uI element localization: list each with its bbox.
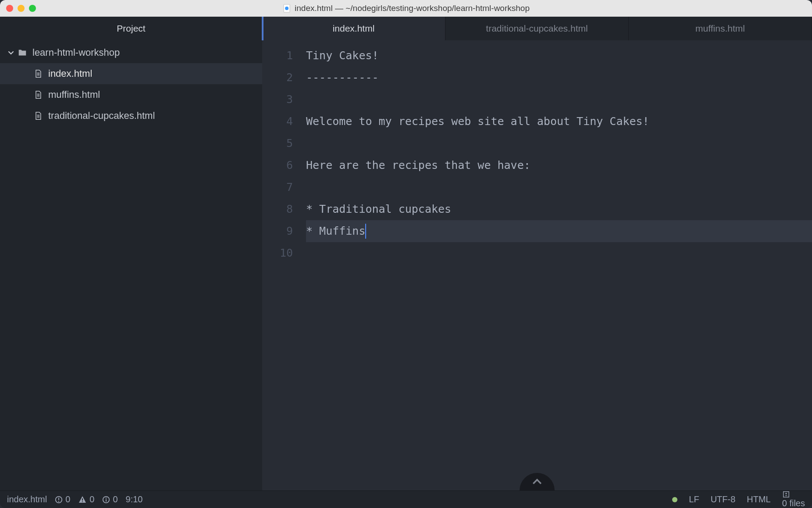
- line-number: 2: [262, 67, 293, 89]
- window-title-text: index.html — ~/nodegirls/testing-worksho…: [295, 4, 530, 13]
- svg-point-4: [58, 501, 59, 501]
- code-content[interactable]: Tiny Cakes! ----------- Welcome to my re…: [306, 45, 812, 490]
- tab-muffins[interactable]: muffins.html: [629, 17, 812, 40]
- status-git-files: 0 files: [782, 498, 805, 508]
- status-info-count: 0: [113, 494, 118, 504]
- svg-point-1: [285, 7, 288, 10]
- chevron-down-icon: [8, 50, 14, 56]
- tree-file-label: muffins.html: [48, 89, 100, 100]
- status-deprecation-count: 0: [65, 494, 70, 504]
- file-icon: [32, 90, 44, 100]
- tab-traditional-cupcakes[interactable]: traditional-cupcakes.html: [445, 17, 629, 40]
- status-git[interactable]: 0 files: [782, 490, 805, 508]
- status-error-count: 0: [89, 494, 94, 504]
- folder-icon: [17, 48, 28, 57]
- status-cursor-position[interactable]: 9:10: [126, 494, 143, 504]
- maximize-window-button[interactable]: [29, 5, 36, 12]
- chevron-up-icon: [532, 477, 542, 487]
- status-grammar[interactable]: HTML: [747, 494, 770, 504]
- line-number: 6: [262, 154, 293, 176]
- line-number: 10: [262, 242, 293, 264]
- tree-file-label: index.html: [48, 68, 92, 79]
- line-number: 1: [262, 45, 293, 67]
- tab-index[interactable]: index.html: [262, 17, 445, 40]
- tab-label: muffins.html: [695, 23, 745, 34]
- code-line[interactable]: Here are the recipes that we have:: [306, 154, 812, 176]
- tab-label: index.html: [333, 23, 375, 34]
- code-line[interactable]: -----------: [306, 67, 812, 89]
- line-number: 8: [262, 198, 293, 220]
- file-icon: [32, 69, 44, 79]
- tree-file-traditional-cupcakes[interactable]: traditional-cupcakes.html: [0, 105, 262, 126]
- git-diff-icon: [782, 490, 805, 498]
- line-number-gutter: 1 2 3 4 5 6 7 8 9 10: [262, 45, 306, 490]
- status-encoding[interactable]: UTF-8: [711, 494, 736, 504]
- status-indicator-dot[interactable]: [672, 497, 677, 502]
- minimize-window-button[interactable]: [18, 5, 25, 12]
- code-line[interactable]: [306, 89, 812, 111]
- error-icon: [78, 495, 87, 504]
- status-errors[interactable]: 0: [78, 494, 94, 504]
- line-number: 7: [262, 176, 293, 198]
- file-tree[interactable]: learn-html-workshop index.html muffins.h…: [0, 40, 262, 490]
- tab-label: traditional-cupcakes.html: [486, 23, 588, 34]
- tree-file-muffins[interactable]: muffins.html: [0, 84, 262, 105]
- code-line[interactable]: [306, 176, 812, 198]
- file-icon: [32, 111, 44, 121]
- project-sidebar: Project learn-html-workshop index.html: [0, 17, 262, 490]
- status-line-ending[interactable]: LF: [689, 494, 699, 504]
- status-deprecations[interactable]: 0: [55, 494, 70, 504]
- status-infos[interactable]: 0: [102, 494, 118, 504]
- code-line[interactable]: [306, 242, 812, 264]
- window-title: index.html — ~/nodegirls/testing-worksho…: [282, 4, 530, 13]
- window-titlebar: index.html — ~/nodegirls/testing-worksho…: [0, 0, 812, 17]
- line-number: 3: [262, 89, 293, 111]
- tree-folder-label: learn-html-workshop: [32, 47, 120, 58]
- status-bar: index.html 0 0 0 9:10 LF UTF-8 HTML: [0, 490, 812, 508]
- deprecation-icon: [55, 496, 63, 504]
- close-window-button[interactable]: [6, 5, 13, 12]
- code-line[interactable]: * Traditional cupcakes: [306, 198, 812, 220]
- tree-file-index[interactable]: index.html: [0, 63, 262, 84]
- line-number: 9: [262, 220, 293, 242]
- text-cursor: [365, 224, 366, 239]
- tree-folder-root[interactable]: learn-html-workshop: [0, 42, 262, 63]
- line-number: 5: [262, 132, 293, 154]
- code-line[interactable]: Tiny Cakes!: [306, 45, 812, 67]
- sidebar-header: Project: [0, 17, 262, 40]
- window-controls: [6, 5, 36, 12]
- code-line[interactable]: Welcome to my recipes web site all about…: [306, 111, 812, 132]
- status-filename[interactable]: index.html: [7, 494, 47, 504]
- editor-pane: index.html traditional-cupcakes.html muf…: [262, 17, 812, 490]
- editor-tabs: index.html traditional-cupcakes.html muf…: [262, 17, 812, 40]
- code-editor[interactable]: 1 2 3 4 5 6 7 8 9 10 Tiny Cakes! -------…: [262, 40, 812, 490]
- line-number: 4: [262, 111, 293, 132]
- tree-file-label: traditional-cupcakes.html: [48, 110, 155, 122]
- svg-point-6: [82, 501, 83, 502]
- code-line[interactable]: * Muffins: [306, 220, 812, 242]
- file-type-icon: [282, 4, 291, 13]
- code-line[interactable]: [306, 132, 812, 154]
- info-icon: [102, 496, 110, 504]
- svg-point-8: [106, 497, 107, 498]
